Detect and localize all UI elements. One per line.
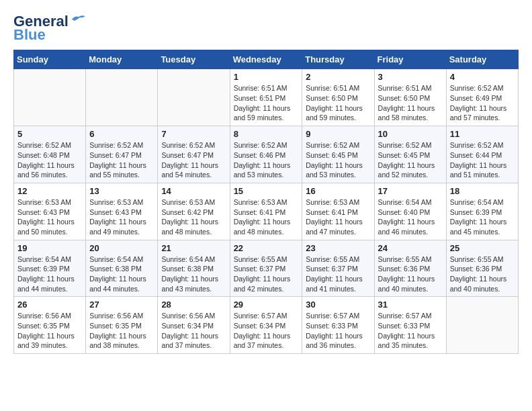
day-number: 15 — [234, 186, 299, 196]
calendar-cell: 14Sunrise: 6:53 AMSunset: 6:42 PMDayligh… — [158, 183, 230, 240]
day-number: 30 — [306, 300, 370, 310]
calendar-cell: 8Sunrise: 6:52 AMSunset: 6:46 PMDaylight… — [230, 126, 302, 183]
calendar-cell: 27Sunrise: 6:56 AMSunset: 6:35 PMDayligh… — [86, 297, 158, 354]
calendar-cell: 10Sunrise: 6:52 AMSunset: 6:45 PMDayligh… — [374, 126, 446, 183]
calendar-cell: 31Sunrise: 6:57 AMSunset: 6:33 PMDayligh… — [374, 297, 446, 354]
calendar-cell: 7Sunrise: 6:52 AMSunset: 6:47 PMDaylight… — [158, 126, 230, 183]
calendar-cell: 4Sunrise: 6:52 AMSunset: 6:49 PMDaylight… — [446, 69, 518, 126]
day-number: 28 — [161, 300, 226, 310]
calendar-cell: 5Sunrise: 6:52 AMSunset: 6:48 PMDaylight… — [14, 126, 86, 183]
day-number: 25 — [450, 243, 515, 253]
calendar-cell: 2Sunrise: 6:51 AMSunset: 6:50 PMDaylight… — [302, 69, 374, 126]
day-number: 10 — [378, 129, 443, 139]
calendar-cell: 25Sunrise: 6:55 AMSunset: 6:36 PMDayligh… — [446, 240, 518, 297]
day-info: Sunrise: 6:52 AMSunset: 6:47 PMDaylight:… — [89, 140, 154, 180]
day-number: 12 — [17, 186, 82, 196]
calendar-week-5: 26Sunrise: 6:56 AMSunset: 6:35 PMDayligh… — [14, 297, 519, 354]
day-info: Sunrise: 6:54 AMSunset: 6:40 PMDaylight:… — [378, 197, 443, 237]
calendar-cell — [86, 69, 158, 126]
day-number: 18 — [450, 186, 515, 196]
calendar-cell: 6Sunrise: 6:52 AMSunset: 6:47 PMDaylight… — [86, 126, 158, 183]
day-number: 3 — [378, 72, 443, 82]
calendar-cell: 19Sunrise: 6:54 AMSunset: 6:39 PMDayligh… — [14, 240, 86, 297]
day-info: Sunrise: 6:54 AMSunset: 6:38 PMDaylight:… — [161, 255, 226, 294]
day-number: 1 — [234, 72, 299, 82]
calendar-cell: 13Sunrise: 6:53 AMSunset: 6:43 PMDayligh… — [86, 183, 158, 240]
day-info: Sunrise: 6:52 AMSunset: 6:48 PMDaylight:… — [17, 140, 82, 180]
day-number: 23 — [306, 243, 370, 253]
day-info: Sunrise: 6:57 AMSunset: 6:33 PMDaylight:… — [378, 311, 443, 351]
day-number: 5 — [17, 129, 82, 139]
day-number: 31 — [378, 300, 443, 310]
calendar-cell: 18Sunrise: 6:54 AMSunset: 6:39 PMDayligh… — [446, 183, 518, 240]
calendar-cell: 9Sunrise: 6:52 AMSunset: 6:45 PMDaylight… — [302, 126, 374, 183]
logo: General Blue — [13, 13, 85, 43]
calendar-cell: 23Sunrise: 6:55 AMSunset: 6:37 PMDayligh… — [302, 240, 374, 297]
day-info: Sunrise: 6:53 AMSunset: 6:43 PMDaylight:… — [89, 197, 154, 237]
logo-bird-icon — [71, 14, 85, 25]
calendar-week-2: 5Sunrise: 6:52 AMSunset: 6:48 PMDaylight… — [14, 126, 519, 183]
day-number: 13 — [89, 186, 154, 196]
calendar-cell: 26Sunrise: 6:56 AMSunset: 6:35 PMDayligh… — [14, 297, 86, 354]
day-info: Sunrise: 6:55 AMSunset: 6:36 PMDaylight:… — [378, 255, 443, 294]
day-info: Sunrise: 6:55 AMSunset: 6:37 PMDaylight:… — [234, 255, 299, 294]
day-number: 27 — [89, 300, 154, 310]
day-number: 14 — [161, 186, 226, 196]
day-info: Sunrise: 6:52 AMSunset: 6:46 PMDaylight:… — [234, 140, 299, 180]
calendar-cell — [158, 69, 230, 126]
day-info: Sunrise: 6:51 AMSunset: 6:51 PMDaylight:… — [234, 83, 299, 123]
weekday-header-tuesday: Tuesday — [158, 50, 230, 69]
day-number: 19 — [17, 243, 82, 253]
calendar-cell: 29Sunrise: 6:57 AMSunset: 6:34 PMDayligh… — [230, 297, 302, 354]
day-info: Sunrise: 6:51 AMSunset: 6:50 PMDaylight:… — [306, 83, 370, 123]
weekday-header-monday: Monday — [86, 50, 158, 69]
weekday-header-friday: Friday — [374, 50, 446, 69]
calendar-cell: 22Sunrise: 6:55 AMSunset: 6:37 PMDayligh… — [230, 240, 302, 297]
calendar-cell — [446, 297, 518, 354]
day-number: 21 — [161, 243, 226, 253]
calendar-week-3: 12Sunrise: 6:53 AMSunset: 6:43 PMDayligh… — [14, 183, 519, 240]
day-number: 6 — [89, 129, 154, 139]
day-number: 8 — [234, 129, 299, 139]
day-info: Sunrise: 6:56 AMSunset: 6:35 PMDaylight:… — [17, 311, 82, 351]
calendar-cell: 3Sunrise: 6:51 AMSunset: 6:50 PMDaylight… — [374, 69, 446, 126]
calendar-cell: 20Sunrise: 6:54 AMSunset: 6:38 PMDayligh… — [86, 240, 158, 297]
day-number: 11 — [450, 129, 515, 139]
day-info: Sunrise: 6:54 AMSunset: 6:39 PMDaylight:… — [17, 255, 82, 294]
day-info: Sunrise: 6:53 AMSunset: 6:43 PMDaylight:… — [17, 197, 82, 237]
day-info: Sunrise: 6:54 AMSunset: 6:38 PMDaylight:… — [89, 255, 154, 294]
day-number: 26 — [17, 300, 82, 310]
day-number: 16 — [306, 186, 370, 196]
weekday-header-saturday: Saturday — [446, 50, 518, 69]
page-header: General Blue — [13, 13, 519, 43]
day-number: 22 — [234, 243, 299, 253]
day-number: 17 — [378, 186, 443, 196]
day-info: Sunrise: 6:52 AMSunset: 6:44 PMDaylight:… — [450, 140, 515, 180]
day-info: Sunrise: 6:52 AMSunset: 6:47 PMDaylight:… — [161, 140, 226, 180]
calendar-cell: 11Sunrise: 6:52 AMSunset: 6:44 PMDayligh… — [446, 126, 518, 183]
day-info: Sunrise: 6:53 AMSunset: 6:41 PMDaylight:… — [234, 197, 299, 237]
day-number: 9 — [306, 129, 370, 139]
day-info: Sunrise: 6:57 AMSunset: 6:34 PMDaylight:… — [234, 311, 299, 351]
calendar-cell: 15Sunrise: 6:53 AMSunset: 6:41 PMDayligh… — [230, 183, 302, 240]
day-number: 4 — [450, 72, 515, 82]
weekday-header-thursday: Thursday — [302, 50, 374, 69]
day-info: Sunrise: 6:55 AMSunset: 6:37 PMDaylight:… — [306, 255, 370, 294]
day-number: 24 — [378, 243, 443, 253]
logo-blue: Blue — [13, 27, 46, 43]
day-info: Sunrise: 6:56 AMSunset: 6:35 PMDaylight:… — [89, 311, 154, 351]
day-info: Sunrise: 6:54 AMSunset: 6:39 PMDaylight:… — [450, 197, 515, 237]
day-info: Sunrise: 6:52 AMSunset: 6:49 PMDaylight:… — [450, 83, 515, 123]
calendar-table: SundayMondayTuesdayWednesdayThursdayFrid… — [13, 50, 519, 354]
calendar-cell: 17Sunrise: 6:54 AMSunset: 6:40 PMDayligh… — [374, 183, 446, 240]
calendar-cell: 24Sunrise: 6:55 AMSunset: 6:36 PMDayligh… — [374, 240, 446, 297]
day-info: Sunrise: 6:52 AMSunset: 6:45 PMDaylight:… — [378, 140, 443, 180]
calendar-cell: 28Sunrise: 6:56 AMSunset: 6:34 PMDayligh… — [158, 297, 230, 354]
calendar-cell — [14, 69, 86, 126]
calendar-body: 1Sunrise: 6:51 AMSunset: 6:51 PMDaylight… — [14, 69, 519, 354]
weekday-header-wednesday: Wednesday — [230, 50, 302, 69]
calendar-cell: 16Sunrise: 6:53 AMSunset: 6:41 PMDayligh… — [302, 183, 374, 240]
day-info: Sunrise: 6:53 AMSunset: 6:41 PMDaylight:… — [306, 197, 370, 237]
calendar-cell: 1Sunrise: 6:51 AMSunset: 6:51 PMDaylight… — [230, 69, 302, 126]
calendar-cell: 21Sunrise: 6:54 AMSunset: 6:38 PMDayligh… — [158, 240, 230, 297]
